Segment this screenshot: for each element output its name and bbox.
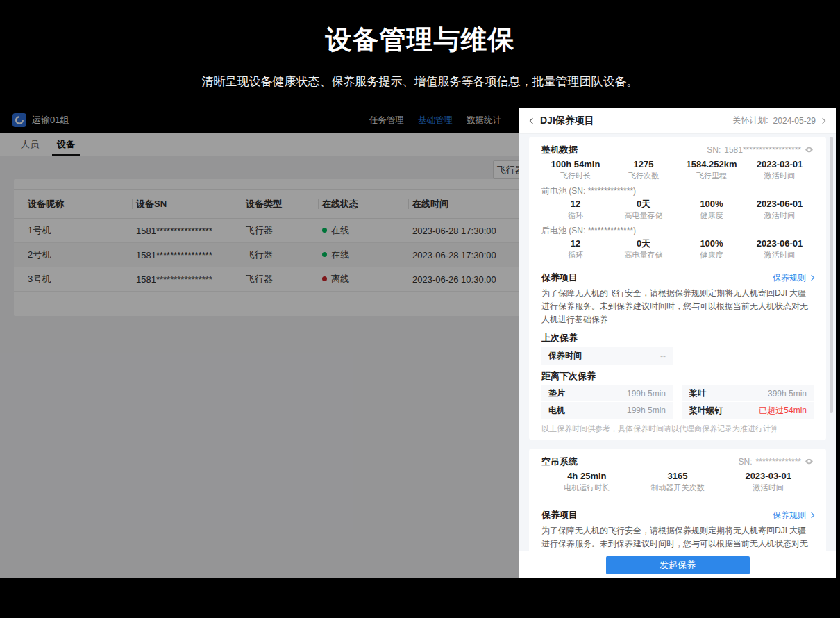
chevron-right-icon [820, 117, 825, 123]
aircraft-section-title: 整机数据 [541, 144, 578, 156]
care-plan-date: 2024-05-29 [773, 116, 816, 126]
app-screenshot: 飞行器 设备昵称 设备SN 设备类型 在线状态 在线时间 1号机 [0, 108, 836, 578]
care-plan-label: 关怀计划: [732, 115, 768, 126]
hoist-sn: SN: ************** [739, 457, 814, 467]
maintenance-rules-link[interactable]: 保养规则 [773, 510, 814, 521]
start-maintenance-button[interactable]: 发起保养 [606, 556, 750, 574]
maintenance-title: 保养项目 [541, 509, 578, 521]
maintenance-item-overdue: 桨叶螺钉 已超过54min [682, 402, 814, 419]
maintenance-title: 保养项目 [541, 272, 578, 284]
maintenance-footnote: 以上保养时间供参考，具体保养时间请以代理商保养记录为准进行计算 [541, 424, 814, 433]
page-title: 设备管理与维保 [0, 22, 840, 58]
hoist-section-title: 空吊系统 [541, 456, 578, 468]
maintenance-desc: 为了保障无人机的飞行安全，请根据保养规则定期将无人机寄回DJI 大疆进行保养服务… [541, 287, 814, 326]
panel-header: DJI保养项目 关怀计划: 2024-05-29 [519, 108, 836, 134]
hoist-stats: 4h 25min电机运行时长 3165制动器开关次数 2023-03-01激活时… [541, 471, 814, 492]
chevron-right-icon [809, 275, 814, 281]
divider [541, 267, 814, 267]
aircraft-stats: 100h 54min飞行时长 1275飞行次数 1584.252km飞行里程 2… [541, 159, 814, 181]
hoist-card: 空吊系统 SN: ************** 4h 25min电机运行时长 3… [529, 449, 826, 551]
front-battery-label: 前电池 (SN: **************) [541, 186, 814, 196]
panel-body: 整机数据 SN: 1581****************** 100h 54m… [519, 134, 836, 551]
maintenance-item: 桨叶 399h 5min [682, 385, 814, 402]
next-maintenance-title: 距离下次保养 [541, 371, 814, 381]
front-battery-stats: 12循环 0天高电量存储 100%健康度 2023-06-01激活时间 [541, 199, 814, 220]
aircraft-sn: SN: 1581****************** [707, 145, 814, 155]
rear-battery-label: 后电池 (SN: **************) [541, 226, 814, 235]
maintenance-desc: 为了保障无人机的飞行安全，请根据保养规则定期将无人机寄回DJI 大疆进行保养服务… [541, 524, 814, 551]
last-maintenance-title: 上次保养 [541, 333, 814, 343]
last-maintenance-time-row: 保养时间 -- [541, 347, 673, 365]
page-subtitle: 清晰呈现设备健康状态、保养服务提示、增值服务等各项信息，批量管理团队设备。 [0, 74, 840, 90]
rear-battery-stats: 12循环 0天高电量存储 100%健康度 2023-06-01激活时间 [541, 238, 814, 260]
maintenance-panel: DJI保养项目 关怀计划: 2024-05-29 整机数据 SN: 1581**… [519, 108, 836, 578]
maintenance-item: 垫片 199h 5min [541, 385, 673, 402]
panel-footer: 发起保养 [519, 551, 836, 578]
aircraft-card: 整机数据 SN: 1581****************** 100h 54m… [529, 137, 826, 440]
eye-icon[interactable] [805, 457, 814, 466]
panel-scrollbar[interactable] [830, 137, 833, 413]
maintenance-rules-link[interactable]: 保养规则 [773, 272, 814, 284]
panel-title: DJI保养项目 [540, 115, 594, 127]
back-icon[interactable] [530, 117, 535, 123]
chevron-right-icon [809, 512, 814, 518]
next-maintenance-grid: 垫片 199h 5min 电机 199h 5min 桨叶 399h 5min [541, 385, 814, 419]
maintenance-item: 电机 199h 5min [541, 402, 673, 419]
care-plan-link[interactable]: 关怀计划: 2024-05-29 [732, 115, 825, 126]
eye-icon[interactable] [805, 145, 814, 154]
